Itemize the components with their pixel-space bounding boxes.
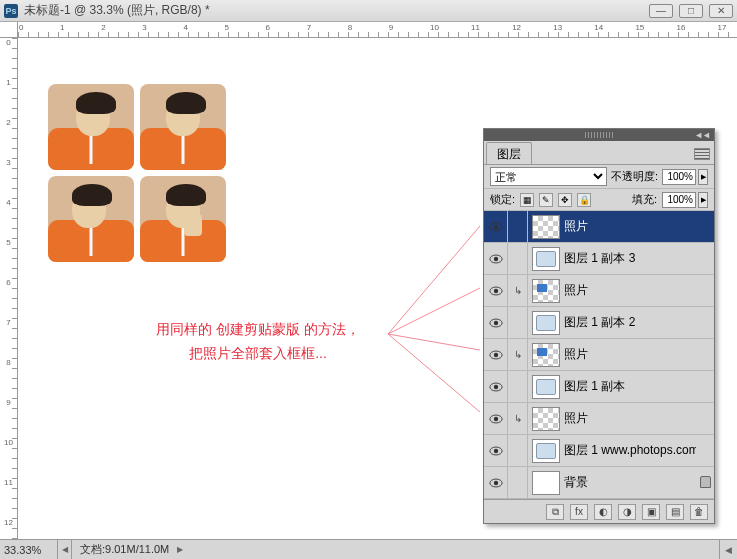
panel-grip-icon [585, 132, 613, 138]
status-separator-icon[interactable]: ◀ [58, 540, 72, 559]
fill-label: 填充: [632, 192, 657, 207]
panel-tabs: 图层 [484, 141, 714, 165]
document-titlebar: Ps 未标题-1 @ 33.3% (照片, RGB/8) * — □ ✕ [0, 0, 737, 22]
visibility-toggle-icon[interactable] [484, 339, 508, 370]
clip-indicator-icon: ↳ [508, 403, 528, 434]
fill-input[interactable] [662, 192, 696, 208]
layer-row[interactable]: ↳照片 [484, 339, 714, 371]
panel-collapse-icon[interactable]: ◄◄ [694, 130, 710, 140]
layer-thumbnail[interactable] [532, 279, 560, 303]
layer-thumbnail[interactable] [532, 471, 560, 495]
lock-transparency-icon[interactable]: ▦ [520, 193, 534, 207]
visibility-toggle-icon[interactable] [484, 307, 508, 338]
status-bar: 33.33% ◀ 文档:9.01M/11.0M ▶ ◀ [0, 539, 737, 559]
layers-panel[interactable]: ◄◄ 图层 正常 不透明度: ▶ 锁定: ▦ ✎ ✥ 🔒 填充: ▶ 照片图层 … [483, 128, 715, 524]
svg-point-7 [493, 256, 497, 260]
tab-layers[interactable]: 图层 [486, 142, 532, 164]
layer-name[interactable]: 图层 1 副本 3 [564, 250, 696, 267]
photo-bottom-left [48, 176, 134, 262]
visibility-toggle-icon[interactable] [484, 435, 508, 466]
layer-row[interactable]: 图层 1 副本 2 [484, 307, 714, 339]
layer-lock-icon [696, 476, 714, 490]
ruler-origin[interactable] [0, 22, 18, 38]
layer-list[interactable]: 照片图层 1 副本 3↳照片图层 1 副本 2↳照片图层 1 副本↳照片图层 1… [484, 211, 714, 499]
opacity-input[interactable] [662, 169, 696, 185]
svg-point-17 [493, 416, 497, 420]
svg-point-19 [493, 448, 497, 452]
layer-name[interactable]: 背景 [564, 474, 696, 491]
clip-indicator-icon [508, 211, 528, 242]
minimize-button[interactable]: — [649, 4, 673, 18]
photoshop-icon: Ps [4, 4, 18, 18]
zoom-level[interactable]: 33.33% [0, 540, 58, 559]
clip-indicator-icon: ↳ [508, 339, 528, 370]
scroll-left-icon[interactable]: ◀ [719, 540, 737, 559]
layer-name[interactable]: 图层 1 副本 2 [564, 314, 696, 331]
fill-flyout-icon[interactable]: ▶ [698, 192, 708, 208]
layer-name[interactable]: 照片 [564, 410, 696, 427]
status-menu-icon[interactable]: ▶ [177, 545, 183, 554]
delete-layer-icon[interactable]: 🗑 [690, 504, 708, 520]
layer-thumbnail[interactable] [532, 375, 560, 399]
layer-row[interactable]: 图层 1 副本 [484, 371, 714, 403]
doc-size-value: 9.01M/11.0M [105, 543, 169, 555]
opacity-label: 不透明度: [611, 169, 658, 184]
svg-point-13 [493, 352, 497, 356]
adjustment-layer-icon[interactable]: ◑ [618, 504, 636, 520]
layer-mask-icon[interactable]: ◐ [594, 504, 612, 520]
lock-pixels-icon[interactable]: ✎ [539, 193, 553, 207]
layer-name[interactable]: 图层 1 www.photops.com [564, 442, 696, 459]
visibility-toggle-icon[interactable] [484, 371, 508, 402]
lock-label: 锁定: [490, 192, 515, 207]
maximize-button[interactable]: □ [679, 4, 703, 18]
svg-point-15 [493, 384, 497, 388]
visibility-toggle-icon[interactable] [484, 243, 508, 274]
layer-row[interactable]: ↳照片 [484, 275, 714, 307]
layer-thumbnail[interactable] [532, 407, 560, 431]
ruler-horizontal[interactable]: 01234567891011121314151617 [18, 22, 737, 38]
layer-name[interactable]: 照片 [564, 346, 696, 363]
layer-row[interactable]: ↳照片 [484, 403, 714, 435]
visibility-toggle-icon[interactable] [484, 467, 508, 498]
panel-titlebar[interactable]: ◄◄ [484, 129, 714, 141]
layer-thumbnail[interactable] [532, 247, 560, 271]
panel-menu-icon[interactable] [694, 148, 710, 160]
layer-row[interactable]: 照片 [484, 211, 714, 243]
layer-name[interactable]: 图层 1 副本 [564, 378, 696, 395]
annotation-line1: 用同样的 创建剪贴蒙版 的方法， [108, 318, 408, 342]
clip-indicator-icon: ↳ [508, 275, 528, 306]
lock-all-icon[interactable]: 🔒 [577, 193, 591, 207]
visibility-toggle-icon[interactable] [484, 211, 508, 242]
visibility-toggle-icon[interactable] [484, 275, 508, 306]
svg-point-21 [493, 480, 497, 484]
doc-size-label: 文档: [80, 543, 105, 555]
blend-mode-select[interactable]: 正常 [490, 167, 607, 186]
opacity-flyout-icon[interactable]: ▶ [698, 169, 708, 185]
photo-top-right [140, 84, 226, 170]
annotation-line2: 把照片全部套入框框... [108, 342, 408, 366]
new-layer-icon[interactable]: ▤ [666, 504, 684, 520]
panel-footer: ⧉ fx ◐ ◑ ▣ ▤ 🗑 [484, 499, 714, 523]
photo-bottom-right [140, 176, 226, 262]
layer-thumbnail[interactable] [532, 215, 560, 239]
layer-style-icon[interactable]: fx [570, 504, 588, 520]
layer-name[interactable]: 照片 [564, 218, 696, 235]
layer-row[interactable]: 图层 1 www.photops.com [484, 435, 714, 467]
svg-point-9 [493, 288, 497, 292]
layer-thumbnail[interactable] [532, 439, 560, 463]
layer-name[interactable]: 照片 [564, 282, 696, 299]
lock-position-icon[interactable]: ✥ [558, 193, 572, 207]
clip-indicator-icon [508, 435, 528, 466]
clip-indicator-icon [508, 371, 528, 402]
layer-group-icon[interactable]: ▣ [642, 504, 660, 520]
layer-thumbnail[interactable] [532, 311, 560, 335]
clip-indicator-icon [508, 467, 528, 498]
layer-row[interactable]: 图层 1 副本 3 [484, 243, 714, 275]
close-button[interactable]: ✕ [709, 4, 733, 18]
layer-thumbnail[interactable] [532, 343, 560, 367]
visibility-toggle-icon[interactable] [484, 403, 508, 434]
ruler-vertical[interactable]: 0123456789101112 [0, 38, 18, 539]
link-layers-icon[interactable]: ⧉ [546, 504, 564, 520]
layer-row[interactable]: 背景 [484, 467, 714, 499]
svg-point-11 [493, 320, 497, 324]
